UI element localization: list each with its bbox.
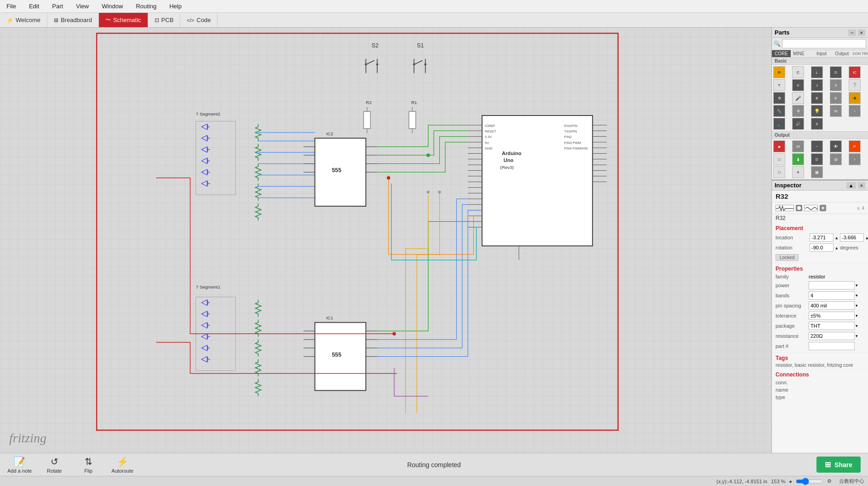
part-connector[interactable]: J — [811, 79, 823, 91]
out-part-7[interactable]: ▮ — [792, 153, 804, 165]
family-label: family — [776, 274, 809, 279]
out-part-10[interactable]: ○ — [849, 153, 861, 165]
rotate-icon: ↺ — [51, 456, 58, 467]
location-y-input[interactable] — [840, 233, 864, 242]
location-x-input[interactable] — [810, 233, 834, 242]
power-label: power — [776, 283, 809, 288]
menu-bar: File Edit Part View Window Routing Help — [0, 0, 868, 13]
inspector-expand-btn[interactable]: ▲ — [846, 182, 856, 189]
zoom-text: 153 % — [771, 479, 785, 484]
svg-text:7 Segment1: 7 Segment1 — [196, 284, 220, 289]
menu-view[interactable]: View — [73, 2, 92, 11]
tab-welcome[interactable]: ⚡ Welcome — [0, 13, 47, 27]
part-lamp[interactable]: 💡 — [811, 105, 823, 117]
rotation-input[interactable] — [810, 243, 834, 252]
flip-button[interactable]: ⇅ Flip — [77, 456, 100, 474]
svg-text:7 Segment2: 7 Segment2 — [196, 111, 220, 116]
tab-schematic[interactable]: 〜 Schematic — [99, 13, 148, 27]
svg-point-8 — [365, 64, 367, 66]
out-part-5[interactable]: F — [849, 140, 861, 152]
svg-text:RX0/PIN: RX0/PIN — [564, 124, 578, 128]
menu-part[interactable]: Part — [49, 2, 66, 11]
schematic-canvas-wrapper[interactable]: S2 S1 7 Segment2 7 Segment1 — [0, 28, 771, 453]
part-photocell[interactable]: ☀ — [849, 92, 861, 104]
menu-help[interactable]: Help — [167, 2, 184, 11]
cat-custom2[interactable] — [811, 53, 814, 55]
cat-mine[interactable]: MINE — [791, 50, 807, 57]
part-switch[interactable]: S — [830, 79, 842, 91]
out-part-12[interactable]: ≡ — [792, 166, 804, 178]
resistor-symbol-icon — [776, 205, 794, 211]
out-part-3[interactable]: ~ — [811, 140, 823, 152]
package-input[interactable] — [809, 322, 855, 330]
autoroute-button[interactable]: ⚡ Autoroute — [111, 456, 134, 474]
part-led[interactable]: L — [811, 66, 823, 78]
share-button[interactable]: ⊞ Share — [816, 457, 861, 473]
part-mic[interactable]: 🎤 — [792, 92, 804, 104]
power-input[interactable] — [809, 281, 855, 289]
part-motor[interactable]: M — [830, 105, 842, 117]
parts-close-btn[interactable]: × — [858, 29, 865, 36]
part-hash-label: part # — [776, 343, 809, 349]
out-part-1[interactable]: ● — [773, 140, 785, 152]
resistance-input[interactable] — [809, 332, 855, 340]
cat-core[interactable]: CORE — [772, 50, 791, 57]
bottom-toolbar: 📝 Add a note ↺ Rotate ⇅ Flip ⚡ Autoroute… — [0, 453, 868, 476]
part-resistor[interactable]: R — [773, 66, 785, 78]
part-hash-input[interactable] — [809, 342, 855, 350]
zoom-slider-icon: ● — [789, 479, 792, 484]
menu-edit[interactable]: Edit — [26, 2, 42, 11]
zoom-settings-icon[interactable]: ⚙ — [827, 478, 832, 484]
part-servo[interactable]: S — [811, 118, 823, 130]
out-part-6[interactable]: □ — [773, 153, 785, 165]
out-part-4[interactable]: 👁 — [830, 140, 842, 152]
part-encoder[interactable]: E — [830, 92, 842, 104]
part-capacitor[interactable]: C — [792, 66, 804, 78]
svg-text:S2: S2 — [372, 42, 379, 49]
parts-minimize-btn[interactable]: − — [848, 29, 856, 36]
out-part-2[interactable]: M — [792, 140, 804, 152]
resistance-label: resistance — [776, 333, 809, 339]
out-part-8[interactable]: D — [811, 153, 823, 165]
part-screen[interactable]: 📺 — [773, 118, 785, 130]
cat-custom1[interactable] — [807, 53, 811, 55]
part-button[interactable]: B — [811, 92, 823, 104]
cat-input[interactable]: Input — [814, 50, 829, 57]
part-ic[interactable]: IC — [849, 66, 861, 78]
add-note-icon: 📝 — [14, 456, 25, 467]
cat-custom3[interactable] — [829, 53, 833, 55]
tolerance-input[interactable] — [809, 312, 855, 320]
part-cog[interactable]: ⚙ — [792, 105, 804, 117]
tab-breadboard[interactable]: ⊞ Breadboard — [47, 13, 99, 27]
part-transistor[interactable]: T — [773, 79, 785, 91]
cat-output[interactable]: Output — [833, 50, 851, 57]
properties-section-title: Properties — [776, 266, 803, 272]
tab-code[interactable]: </> Code — [180, 13, 218, 27]
menu-routing[interactable]: Routing — [133, 2, 159, 11]
part-r2[interactable]: 🔧 — [773, 105, 785, 117]
menu-file[interactable]: File — [4, 2, 19, 11]
out-part-9[interactable]: @ — [830, 153, 842, 165]
part-diode[interactable]: D — [830, 66, 842, 78]
search-input[interactable] — [782, 39, 866, 48]
part-crystal[interactable]: X — [792, 79, 804, 91]
out-part-11[interactable]: □ — [773, 166, 785, 178]
part-vib[interactable]: ~ — [849, 105, 861, 117]
out-part-13[interactable]: ▦ — [811, 166, 823, 178]
menu-window[interactable]: Window — [99, 2, 126, 11]
cat-contrib[interactable]: CON TRIB — [851, 51, 868, 57]
rotate-button[interactable]: ↺ Rotate — [43, 456, 66, 474]
schematic-svg[interactable]: S2 S1 7 Segment2 7 Segment1 — [0, 28, 771, 453]
tab-pcb[interactable]: ⊡ PCB — [148, 13, 181, 27]
zoom-slider[interactable] — [796, 479, 823, 484]
svg-text:GND: GND — [485, 146, 492, 150]
inspector-close-btn[interactable]: × — [858, 182, 865, 189]
part-unknown1[interactable]: ? — [849, 79, 861, 91]
part-sensor[interactable]: ⚙ — [773, 92, 785, 104]
pin-spacing-input[interactable] — [809, 301, 855, 310]
svg-point-137 — [387, 176, 390, 179]
right-side-panel: Parts − × 🔍 CORE MINE Input Output — [771, 28, 868, 453]
add-note-button[interactable]: 📝 Add a note — [7, 456, 32, 474]
part-speaker[interactable]: 🔊 — [792, 118, 804, 130]
bands-input[interactable] — [809, 291, 855, 300]
